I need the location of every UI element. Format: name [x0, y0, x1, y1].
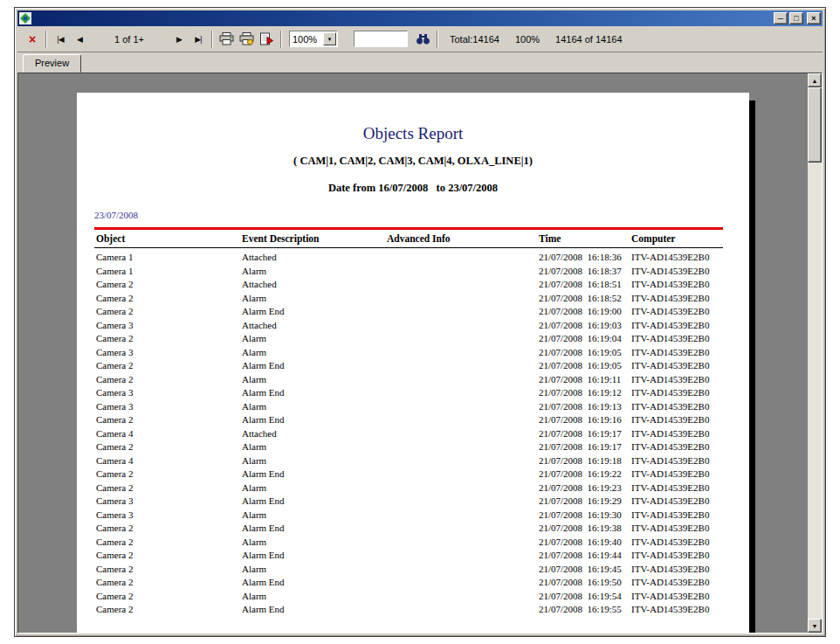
table-row: Camera 2Alarm End21/07/2008 16:19:38ITV-…	[94, 522, 740, 536]
computer-cell: ITV-AD14539E2B0	[631, 495, 740, 509]
advanced-info-cell	[387, 522, 539, 536]
computer-cell: ITV-AD14539E2B0	[631, 346, 740, 360]
print-setup-button[interactable]	[237, 30, 257, 49]
column-header: Computer	[631, 233, 723, 247]
table-row: Camera 2Alarm21/07/2008 16:19:04ITV-AD14…	[94, 332, 740, 346]
time-cell: 21/07/2008 16:18:36	[539, 251, 631, 265]
advanced-info-cell	[387, 440, 539, 454]
table-row: Camera 2Alarm21/07/2008 16:19:17ITV-AD14…	[94, 440, 740, 454]
column-header: Event Description	[242, 233, 387, 247]
table-row: Camera 2Alarm21/07/2008 16:18:52ITV-AD14…	[94, 292, 740, 306]
event-cell: Attached	[242, 251, 387, 265]
object-cell: Camera 2	[96, 590, 242, 604]
time-cell: 21/07/2008 16:18:37	[539, 265, 631, 279]
search-input[interactable]	[354, 31, 408, 47]
vertical-scrollbar[interactable]: ▲ ▼	[808, 73, 822, 633]
computer-cell: ITV-AD14539E2B0	[631, 292, 740, 306]
time-cell: 21/07/2008 16:19:29	[539, 495, 631, 509]
object-cell: Camera 2	[96, 278, 242, 292]
prev-page-icon: ◀	[77, 35, 82, 44]
scroll-up-button[interactable]: ▲	[808, 73, 822, 87]
scroll-down-button[interactable]: ▼	[808, 619, 822, 633]
print-button[interactable]	[217, 30, 237, 49]
last-page-button[interactable]: ▶|	[189, 30, 208, 49]
next-page-icon: ▶	[176, 35, 182, 44]
find-button[interactable]	[413, 30, 433, 49]
computer-cell: ITV-AD14539E2B0	[631, 454, 740, 468]
page-indicator: 1 of 1+	[89, 34, 169, 45]
time-cell: 21/07/2008 16:18:51	[539, 278, 631, 292]
advanced-info-cell	[387, 373, 539, 387]
computer-cell: ITV-AD14539E2B0	[631, 603, 740, 617]
event-cell: Alarm	[242, 346, 387, 360]
computer-cell: ITV-AD14539E2B0	[631, 576, 740, 590]
computer-cell: ITV-AD14539E2B0	[631, 265, 740, 279]
arrow-up-icon: ▲	[812, 78, 818, 84]
object-cell: Camera 2	[96, 549, 242, 563]
event-cell: Alarm	[242, 536, 387, 550]
first-page-button[interactable]: |◀	[51, 30, 70, 49]
time-cell: 21/07/2008 16:19:55	[539, 603, 631, 617]
maximize-button[interactable]: □	[789, 12, 803, 24]
titlebar[interactable]: ─ □ ×	[17, 10, 823, 26]
event-cell: Alarm	[242, 563, 387, 577]
advanced-info-cell	[387, 427, 539, 441]
table-row: Camera 2Alarm End21/07/2008 16:19:05ITV-…	[94, 359, 740, 373]
time-cell: 21/07/2008 16:19:12	[539, 386, 631, 400]
advanced-info-cell	[387, 590, 539, 604]
close-report-button[interactable]: ×	[23, 30, 42, 49]
table-row: Camera 3Attached21/07/2008 16:19:03ITV-A…	[94, 319, 740, 333]
prev-page-button[interactable]: ◀	[70, 30, 89, 49]
computer-cell: ITV-AD14539E2B0	[631, 590, 740, 604]
advanced-info-cell	[387, 481, 539, 495]
table-row: Camera 2Alarm21/07/2008 16:19:23ITV-AD14…	[94, 481, 740, 495]
event-cell: Alarm End	[242, 576, 387, 590]
scrollbar-thumb[interactable]	[808, 87, 822, 163]
group-date: 23/07/2008	[94, 210, 138, 220]
event-cell: Alarm	[242, 400, 387, 414]
tab-preview[interactable]: Preview	[23, 54, 81, 73]
time-cell: 21/07/2008 16:19:00	[539, 305, 631, 319]
advanced-info-cell	[387, 319, 539, 333]
object-cell: Camera 2	[96, 603, 242, 617]
advanced-info-cell	[387, 563, 539, 577]
computer-cell: ITV-AD14539E2B0	[631, 563, 740, 577]
event-cell: Attached	[242, 319, 387, 333]
zoom-select[interactable]: 100% ▼	[289, 31, 338, 47]
advanced-info-cell	[387, 386, 539, 400]
event-cell: Alarm	[242, 265, 387, 279]
zoom-dropdown-button[interactable]: ▼	[323, 32, 336, 45]
computer-cell: ITV-AD14539E2B0	[631, 440, 740, 454]
report-subtitle: ( CAM|1, CAM|2, CAM|3, CAM|4, OLXA_LINE|…	[77, 155, 749, 168]
toolbar-separator	[45, 31, 47, 48]
red-divider	[94, 227, 723, 230]
time-cell: 21/07/2008 16:19:40	[539, 536, 631, 550]
time-cell: 21/07/2008 16:19:17	[539, 427, 631, 441]
event-cell: Alarm End	[242, 305, 387, 319]
advanced-info-cell	[387, 359, 539, 373]
object-cell: Camera 1	[96, 265, 242, 279]
object-cell: Camera 4	[96, 427, 242, 441]
toolbar-separator	[437, 31, 438, 48]
preview-area: Objects Report ( CAM|1, CAM|2, CAM|3, CA…	[17, 73, 823, 634]
export-button[interactable]	[257, 30, 277, 49]
object-cell: Camera 2	[96, 522, 242, 536]
next-page-button[interactable]: ▶	[169, 30, 189, 49]
export-icon	[259, 32, 274, 45]
advanced-info-cell	[387, 305, 539, 319]
report-page: Objects Report ( CAM|1, CAM|2, CAM|3, CA…	[77, 93, 749, 634]
object-cell: Camera 2	[96, 359, 242, 373]
computer-cell: ITV-AD14539E2B0	[631, 386, 740, 400]
toolbar: × |◀ ◀ 1 of 1+ ▶ ▶|	[17, 26, 823, 52]
time-cell: 21/07/2008 16:19:30	[539, 509, 631, 523]
advanced-info-cell	[387, 509, 539, 523]
advanced-info-cell	[387, 467, 539, 481]
close-button[interactable]: ×	[807, 12, 821, 24]
computer-cell: ITV-AD14539E2B0	[631, 319, 740, 333]
table-row: Camera 2Alarm21/07/2008 16:19:11ITV-AD14…	[94, 373, 740, 387]
advanced-info-cell	[387, 495, 539, 509]
computer-cell: ITV-AD14539E2B0	[631, 536, 740, 550]
minimize-button[interactable]: ─	[774, 12, 788, 24]
object-cell: Camera 2	[96, 563, 242, 577]
time-cell: 21/07/2008 16:18:52	[539, 292, 631, 306]
